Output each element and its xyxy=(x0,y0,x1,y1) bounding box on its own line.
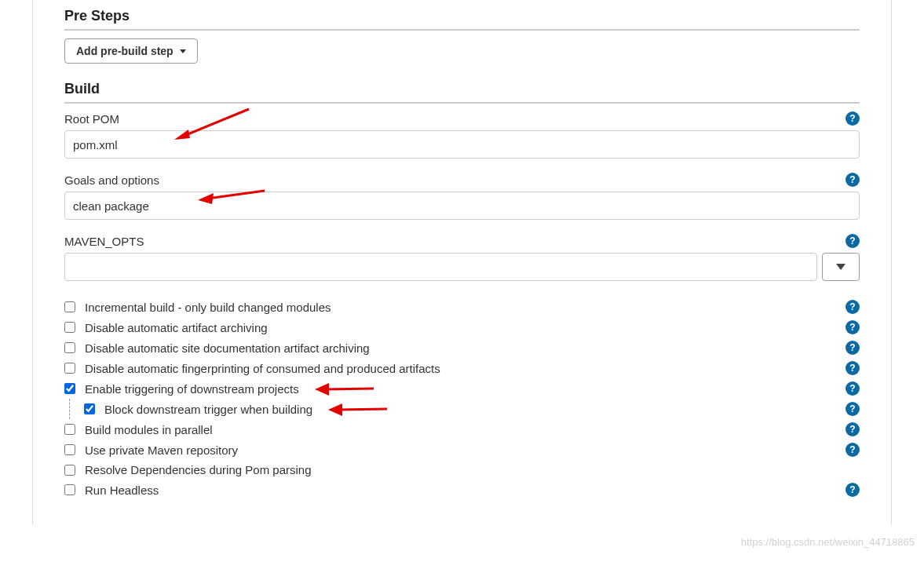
build-option-label[interactable]: Build modules in parallel xyxy=(85,423,213,436)
checkbox-left: Use private Maven repository xyxy=(64,443,238,457)
add-pre-build-step-label: Add pre-build step xyxy=(76,45,173,57)
caret-down-icon xyxy=(180,49,186,53)
build-option-checkbox[interactable] xyxy=(64,444,75,455)
build-title: Build xyxy=(64,81,860,104)
checkbox-left: Disable automatic artifact archiving xyxy=(64,321,268,334)
checkbox-left: Block downstream trigger when building xyxy=(84,403,322,416)
svg-line-6 xyxy=(338,409,387,410)
pre-steps-section: Pre Steps Add pre-build step xyxy=(64,8,860,64)
build-option-label[interactable]: Resolve Dependencies during Pom parsing xyxy=(85,463,312,476)
root-pom-field-row: Root POM ? xyxy=(64,111,860,126)
build-option-label[interactable]: Use private Maven repository xyxy=(85,443,238,457)
help-icon[interactable]: ? xyxy=(845,111,860,126)
build-option-row: Incremental build - only build changed m… xyxy=(64,297,860,317)
help-icon[interactable]: ? xyxy=(845,234,860,248)
build-option-row: Block downstream trigger when building? xyxy=(64,399,860,419)
checkbox-left: Disable automatic site documentation art… xyxy=(64,341,370,355)
maven-opts-input[interactable] xyxy=(64,253,817,281)
help-icon[interactable]: ? xyxy=(845,361,860,375)
build-option-label[interactable]: Disable automatic fingerprinting of cons… xyxy=(85,362,440,375)
build-option-checkbox[interactable] xyxy=(64,322,75,333)
build-option-row: Use private Maven repository? xyxy=(64,440,860,460)
build-option-checkbox[interactable] xyxy=(64,301,75,312)
svg-marker-7 xyxy=(328,403,342,416)
expand-button[interactable] xyxy=(822,253,860,281)
build-option-checkbox[interactable] xyxy=(64,465,75,476)
build-option-checkbox[interactable] xyxy=(64,363,75,374)
maven-opts-field-row: MAVEN_OPTS ? xyxy=(64,234,860,248)
help-icon[interactable]: ? xyxy=(845,422,860,436)
help-icon[interactable]: ? xyxy=(845,300,860,314)
nest-line xyxy=(69,399,70,419)
build-option-row: Run Headless? xyxy=(64,480,860,500)
goals-label: Goals and options xyxy=(64,173,159,187)
checkbox-left: Disable automatic fingerprinting of cons… xyxy=(64,362,440,375)
build-option-label[interactable]: Enable triggering of downstream projects xyxy=(85,382,299,396)
build-option-row: Enable triggering of downstream projects… xyxy=(64,378,860,399)
checkbox-left: Incremental build - only build changed m… xyxy=(64,301,331,314)
build-option-checkbox[interactable] xyxy=(64,484,75,495)
build-option-label[interactable]: Run Headless xyxy=(85,484,159,497)
help-icon[interactable]: ? xyxy=(845,341,860,355)
root-pom-label: Root POM xyxy=(64,112,119,126)
goals-input[interactable] xyxy=(64,192,860,220)
svg-marker-5 xyxy=(315,383,329,396)
build-section: Build Root POM ? Goals and options ? xyxy=(64,81,860,500)
build-option-row: Disable automatic fingerprinting of cons… xyxy=(64,358,860,378)
help-icon[interactable]: ? xyxy=(845,381,860,396)
help-icon[interactable]: ? xyxy=(845,483,860,497)
svg-line-4 xyxy=(324,389,374,389)
help-icon[interactable]: ? xyxy=(845,173,860,187)
build-option-label[interactable]: Block downstream trigger when building xyxy=(104,403,312,416)
arrow-annotation-icon xyxy=(328,401,391,418)
checkbox-left: Run Headless xyxy=(64,484,159,497)
build-option-checkbox[interactable] xyxy=(64,342,75,353)
arrow-annotation-icon xyxy=(315,381,378,398)
build-option-checkbox[interactable] xyxy=(84,403,95,414)
add-pre-build-step-button[interactable]: Add pre-build step xyxy=(64,38,198,64)
help-icon[interactable]: ? xyxy=(845,320,860,334)
checkbox-left: Build modules in parallel xyxy=(64,423,213,436)
build-option-label[interactable]: Incremental build - only build changed m… xyxy=(85,301,331,314)
build-option-row: Resolve Dependencies during Pom parsing xyxy=(64,460,860,480)
build-option-row: Disable automatic artifact archiving? xyxy=(64,317,860,338)
goals-field-row: Goals and options ? xyxy=(64,173,860,187)
help-icon[interactable]: ? xyxy=(845,402,860,416)
checkbox-left: Enable triggering of downstream projects xyxy=(64,382,309,396)
build-option-label[interactable]: Disable automatic artifact archiving xyxy=(85,321,268,334)
build-option-checkbox[interactable] xyxy=(64,424,75,435)
build-option-label[interactable]: Disable automatic site documentation art… xyxy=(85,341,370,355)
build-option-checkbox[interactable] xyxy=(64,383,75,394)
maven-opts-label: MAVEN_OPTS xyxy=(64,235,144,248)
build-option-row: Build modules in parallel? xyxy=(64,419,860,440)
pre-steps-title: Pre Steps xyxy=(64,8,860,31)
checkbox-left: Resolve Dependencies during Pom parsing xyxy=(64,463,312,476)
build-options-list: Incremental build - only build changed m… xyxy=(64,297,860,500)
triangle-down-icon xyxy=(836,264,845,270)
help-icon[interactable]: ? xyxy=(845,443,860,457)
build-option-row: Disable automatic site documentation art… xyxy=(64,338,860,358)
root-pom-input[interactable] xyxy=(64,130,860,159)
